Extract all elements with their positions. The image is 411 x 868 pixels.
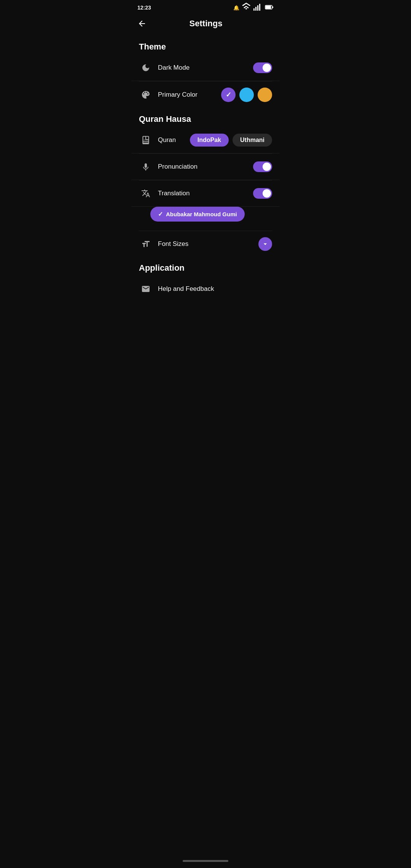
help-feedback-label: Help and Feedback bbox=[158, 285, 272, 293]
quran-hausa-section-label: Quran Hausa bbox=[131, 108, 280, 127]
translation-label: Translation bbox=[158, 190, 253, 197]
svg-rect-5 bbox=[266, 6, 271, 9]
quran-row[interactable]: Quran IndoPak Uthmani bbox=[131, 127, 280, 153]
application-section-label: Application bbox=[131, 257, 280, 276]
status-icons: 🔔 bbox=[233, 3, 274, 13]
font-sizes-label: Font Sizes bbox=[158, 240, 258, 248]
svg-rect-0 bbox=[253, 8, 255, 11]
font-sizes-dropdown-button[interactable] bbox=[258, 237, 272, 251]
translation-section: Translation ✓ Abubakar Mahmoud Gumi bbox=[131, 180, 280, 231]
translation-check-icon: ✓ bbox=[158, 211, 163, 218]
purple-check: ✓ bbox=[226, 91, 231, 99]
translation-row[interactable]: Translation bbox=[131, 180, 280, 207]
top-bar: Settings bbox=[131, 14, 280, 36]
primary-color-label: Primary Color bbox=[158, 91, 221, 99]
color-purple[interactable]: ✓ bbox=[221, 88, 236, 102]
primary-color-icon bbox=[139, 88, 153, 102]
dark-mode-icon bbox=[139, 61, 153, 75]
quran-hausa-section: Quran Hausa Quran IndoPak Uthmani Pronu bbox=[131, 108, 280, 257]
notification-icon: 🔔 bbox=[233, 5, 239, 11]
dark-mode-toggle[interactable] bbox=[253, 62, 272, 73]
svg-rect-3 bbox=[259, 4, 260, 11]
indopak-button[interactable]: IndoPak bbox=[190, 134, 229, 147]
translation-selector-area: ✓ Abubakar Mahmoud Gumi bbox=[131, 207, 280, 231]
status-time: 12:23 bbox=[137, 5, 151, 11]
application-section: Application Help and Feedback bbox=[131, 257, 280, 302]
status-bar: 12:23 🔔 bbox=[131, 0, 280, 14]
battery-icon bbox=[264, 3, 274, 13]
dark-mode-row[interactable]: Dark Mode bbox=[131, 55, 280, 81]
svg-rect-2 bbox=[257, 5, 258, 11]
back-button[interactable] bbox=[137, 18, 150, 30]
page-title: Settings bbox=[150, 19, 262, 29]
home-indicator bbox=[183, 860, 228, 862]
pronunciation-label: Pronunciation bbox=[158, 163, 253, 171]
wifi-icon bbox=[242, 3, 251, 13]
uthmani-button[interactable]: Uthmani bbox=[233, 134, 272, 147]
theme-section-label: Theme bbox=[131, 36, 280, 55]
font-sizes-row[interactable]: Font Sizes bbox=[131, 231, 280, 257]
theme-section: Theme Dark Mode Primary Color bbox=[131, 36, 280, 108]
translation-icon bbox=[139, 187, 153, 200]
quran-style-buttons: IndoPak Uthmani bbox=[190, 134, 272, 147]
quran-label: Quran bbox=[158, 136, 190, 144]
color-options: ✓ bbox=[221, 88, 272, 102]
translation-selector-button[interactable]: ✓ Abubakar Mahmoud Gumi bbox=[150, 207, 245, 222]
svg-rect-1 bbox=[255, 7, 256, 11]
primary-color-row[interactable]: Primary Color ✓ bbox=[131, 81, 280, 108]
pronunciation-icon bbox=[139, 160, 153, 174]
pronunciation-row[interactable]: Pronunciation bbox=[131, 154, 280, 180]
bottom-bar bbox=[131, 857, 280, 868]
pronunciation-toggle[interactable] bbox=[253, 161, 272, 172]
help-feedback-icon bbox=[139, 282, 153, 296]
translation-toggle[interactable] bbox=[253, 188, 272, 199]
color-blue[interactable] bbox=[239, 88, 254, 102]
translator-name: Abubakar Mahmoud Gumi bbox=[166, 211, 237, 217]
font-sizes-icon bbox=[139, 237, 153, 251]
quran-icon bbox=[139, 133, 153, 147]
signal-icon bbox=[253, 3, 262, 13]
settings-content: Theme Dark Mode Primary Color bbox=[131, 36, 280, 317]
dark-mode-label: Dark Mode bbox=[158, 64, 253, 72]
help-and-feedback-row[interactable]: Help and Feedback bbox=[131, 276, 280, 302]
color-orange[interactable] bbox=[258, 88, 272, 102]
